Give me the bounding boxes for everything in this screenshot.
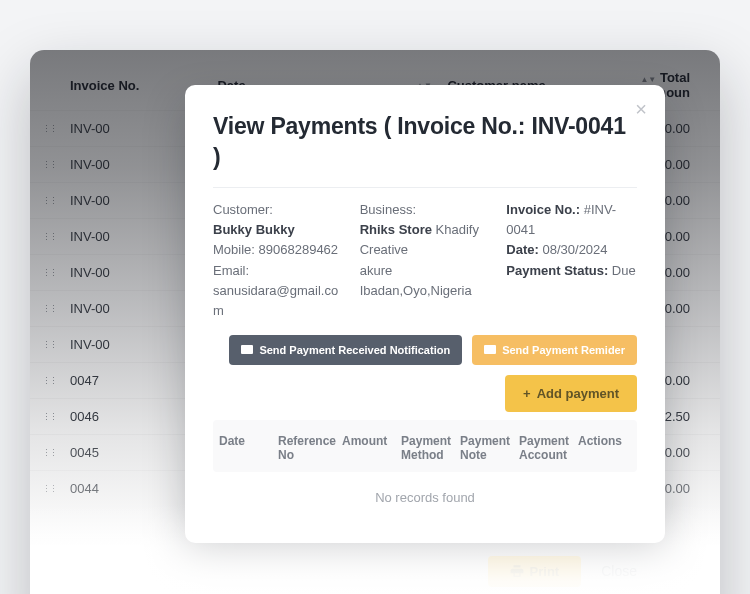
th-method: Payment Method [401,434,454,462]
add-payment-row: + Add payment [213,375,637,412]
drag-handle-icon[interactable]: ⋮⋮ [42,160,56,170]
business-name: Rhiks Store [360,222,432,237]
envelope-icon [484,345,496,354]
modal-footer: Print Close [488,556,637,587]
add-payment-label: Add payment [537,386,619,401]
drag-handle-icon[interactable]: ⋮⋮ [42,448,56,458]
email-value: sanusidara@gmail.com [213,281,344,321]
business-address: Ibadan,Oyo,Nigeria [360,281,491,301]
th-amount: Amount [342,434,395,462]
drag-handle-icon[interactable]: ⋮⋮ [42,340,56,350]
th-actions: Actions [578,434,631,462]
cell-invoice: 0046 [70,409,190,424]
notification-buttons: Send Payment Received Notification Send … [213,335,637,365]
drag-handle-icon[interactable]: ⋮⋮ [42,124,56,134]
print-button[interactable]: Print [488,556,582,587]
cell-invoice: 0047 [70,373,190,388]
payments-table-header: Date Reference No Amount Payment Method … [213,420,637,472]
drag-handle-icon[interactable]: ⋮⋮ [42,376,56,386]
customer-label: Customer: [213,200,344,220]
date-value: 08/30/2024 [542,242,607,257]
no-records-text: No records found [213,472,637,513]
page-canvas: Invoice No. ▲▼ Date ▲▼ Customer name ▲▼ … [0,0,750,594]
th-date: Date [219,434,272,462]
drag-handle-icon[interactable]: ⋮⋮ [42,232,56,242]
content-card: Invoice No. ▲▼ Date ▲▼ Customer name ▲▼ … [30,50,720,594]
cell-invoice: 0045 [70,445,190,460]
plus-icon: + [523,386,531,401]
business-city: akure [360,261,491,281]
view-payments-modal: × View Payments ( Invoice No.: INV-0041 … [185,85,665,543]
cell-invoice: INV-00 [70,301,190,316]
drag-handle-icon[interactable]: ⋮⋮ [42,304,56,314]
cell-invoice: INV-00 [70,229,190,244]
cell-invoice: 0044 [70,481,190,496]
date-label: Date: [506,242,539,257]
modal-title: View Payments ( Invoice No.: INV-0041 ) [213,111,637,173]
mobile-value: 89068289462 [259,242,339,257]
customer-name: Bukky Bukky [213,222,295,237]
business-info: Business: Rhiks Store Khadify Creative a… [360,200,491,321]
cell-invoice: INV-00 [70,121,190,136]
info-columns: Customer: Bukky Bukky Mobile: 8906828946… [213,200,637,321]
mobile-label: Mobile: [213,242,255,257]
business-label: Business: [360,200,491,220]
cell-invoice: INV-00 [70,193,190,208]
print-icon [510,565,524,577]
invoice-no-label: Invoice No.: [506,202,580,217]
drag-handle-icon[interactable]: ⋮⋮ [42,412,56,422]
drag-handle-icon[interactable]: ⋮⋮ [42,196,56,206]
th-account: Payment Account [519,434,572,462]
customer-info: Customer: Bukky Bukky Mobile: 8906828946… [213,200,344,321]
divider [213,187,637,188]
status-label: Payment Status: [506,263,608,278]
drag-handle-icon[interactable]: ⋮⋮ [42,268,56,278]
send-received-label: Send Payment Received Notification [259,344,450,356]
send-reminder-label: Send Payment Remider [502,344,625,356]
cell-invoice: INV-00 [70,337,190,352]
drag-handle-icon[interactable]: ⋮⋮ [42,484,56,494]
invoice-meta: Invoice No.: #INV-0041 Date: 08/30/2024 … [506,200,637,321]
th-reference: Reference No [278,434,336,462]
status-value: Due [612,263,636,278]
cell-invoice: INV-00 [70,265,190,280]
footer-close-button[interactable]: Close [601,563,637,579]
cell-invoice: INV-00 [70,157,190,172]
th-note: Payment Note [460,434,513,462]
envelope-icon [241,345,253,354]
send-reminder-button[interactable]: Send Payment Remider [472,335,637,365]
close-icon[interactable]: × [635,99,647,119]
send-received-button[interactable]: Send Payment Received Notification [229,335,462,365]
col-header-invoice[interactable]: Invoice No. [70,78,190,93]
sort-icon: ▲▼ [640,75,656,84]
add-payment-button[interactable]: + Add payment [505,375,637,412]
print-label: Print [530,564,560,579]
email-label: Email: [213,261,344,281]
